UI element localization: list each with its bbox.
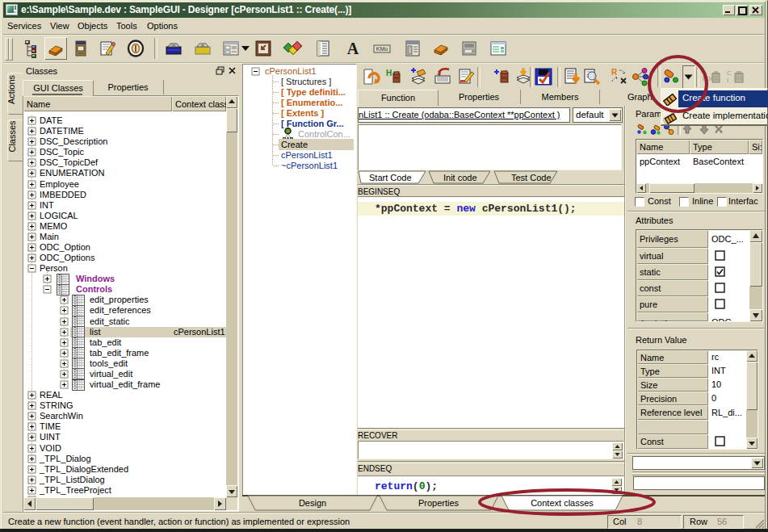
svg-text:R: R — [611, 68, 618, 77]
svg-text:Properties: Properties — [418, 498, 460, 508]
svg-text:A: A — [347, 40, 359, 57]
svg-text:Design: Design — [299, 498, 326, 508]
svg-text:KMu: KMu — [376, 46, 388, 52]
svg-text:Test Code: Test Code — [511, 173, 552, 182]
svg-text:Init code: Init code — [443, 173, 477, 182]
svg-text:C: C — [727, 69, 732, 77]
svg-text:I: I — [727, 77, 728, 84]
svg-text:H: H — [386, 69, 392, 77]
svg-text:Start Code: Start Code — [369, 173, 412, 182]
svg-text:Context classes: Context classes — [531, 498, 594, 508]
